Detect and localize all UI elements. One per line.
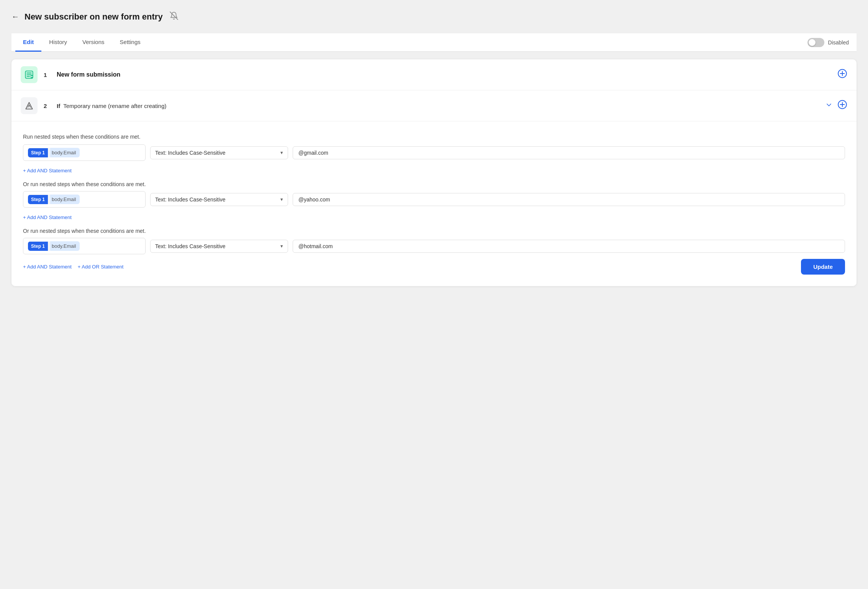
step-tag-1: Step 1 body.Email — [28, 148, 80, 157]
condition-operator-label-1: Text: Includes Case-Sensitive — [155, 150, 226, 156]
tabs-bar: Edit History Versions Settings Disabled — [11, 33, 857, 52]
step-row-1: 1 New form submission — [11, 59, 857, 90]
step-2-icon — [21, 97, 38, 114]
condition-row-2: Step 1 body.Email Text: Includes Case-Se… — [23, 191, 845, 208]
step-2-add-button[interactable] — [837, 100, 847, 112]
svg-line-12 — [28, 105, 29, 108]
tab-history[interactable]: History — [41, 33, 75, 52]
step-1-number: 1 — [44, 72, 51, 78]
condition-operator-label-2: Text: Includes Case-Sensitive — [155, 196, 226, 203]
bell-off-icon — [170, 11, 178, 22]
condition-operator-3[interactable]: Text: Includes Case-Sensitive ▾ — [150, 240, 288, 253]
condition-operator-arrow-3: ▾ — [280, 243, 283, 249]
step-badge-1: Step 1 — [28, 148, 48, 157]
step-tag-2: Step 1 body.Email — [28, 195, 80, 204]
tab-versions[interactable]: Versions — [75, 33, 112, 52]
step-2-number: 2 — [44, 103, 51, 109]
step-badge-2: Step 1 — [28, 195, 48, 204]
svg-line-0 — [170, 12, 178, 20]
bottom-actions: + Add AND Statement + Add OR Statement U… — [23, 259, 845, 275]
back-button[interactable]: ← — [11, 12, 19, 21]
toggle-area: Disabled — [807, 38, 853, 47]
page-header: ← New subscriber on new form entry — [11, 8, 857, 26]
condition-step-field-3[interactable]: Step 1 body.Email — [23, 238, 146, 254]
step-2-chevron-icon[interactable] — [825, 101, 833, 111]
step-2-actions — [825, 100, 847, 112]
step-tag-3: Step 1 body.Email — [28, 241, 80, 251]
condition-label-3: Or run nested steps when these condition… — [23, 228, 845, 234]
enable-toggle[interactable] — [807, 38, 824, 47]
condition-label-1: Run nested steps when these conditions a… — [23, 134, 845, 140]
add-and-1[interactable]: + Add AND Statement — [23, 168, 72, 173]
svg-line-13 — [29, 105, 30, 108]
tab-settings[interactable]: Settings — [112, 33, 148, 52]
step-tag-text-1: body.Email — [50, 148, 80, 157]
toggle-label: Disabled — [828, 39, 849, 46]
step-2-subtitle: If Temporary name (rename after creating… — [57, 103, 819, 109]
condition-operator-arrow-1: ▾ — [280, 150, 283, 155]
main-card: 1 New form submission — [11, 59, 857, 286]
condition-row-3: Step 1 body.Email Text: Includes Case-Se… — [23, 238, 845, 254]
step-badge-3: Step 1 — [28, 242, 48, 251]
step-1-add-button[interactable] — [837, 69, 847, 81]
condition-value-3[interactable]: @hotmail.com — [293, 240, 845, 253]
step-2-title: Temporary name (rename after creating) — [63, 103, 166, 109]
step-1-title: New form submission — [57, 71, 831, 78]
add-and-2[interactable]: + Add AND Statement — [23, 214, 72, 220]
condition-row-1: Step 1 body.Email Text: Includes Case-Se… — [23, 144, 845, 161]
back-arrow-icon: ← — [11, 12, 19, 21]
condition-panel: Run nested steps when these conditions a… — [11, 121, 857, 286]
condition-operator-2[interactable]: Text: Includes Case-Sensitive ▾ — [150, 193, 288, 206]
update-button[interactable]: Update — [801, 259, 845, 275]
condition-step-field-1[interactable]: Step 1 body.Email — [23, 144, 146, 161]
condition-value-1[interactable]: @gmail.com — [293, 146, 845, 159]
step-row-2: 2 If Temporary name (rename after creati… — [11, 90, 857, 121]
step-tag-text-2: body.Email — [50, 195, 80, 204]
step-1-icon — [21, 66, 38, 83]
page-title: New subscriber on new form entry — [25, 12, 163, 22]
step-tag-text-3: body.Email — [50, 241, 80, 251]
condition-step-field-2[interactable]: Step 1 body.Email — [23, 191, 146, 208]
add-or-3[interactable]: + Add OR Statement — [78, 264, 124, 270]
condition-value-2[interactable]: @yahoo.com — [293, 193, 845, 206]
condition-operator-label-3: Text: Includes Case-Sensitive — [155, 243, 226, 249]
step-1-actions — [837, 69, 847, 81]
step-2-if-label: If — [57, 103, 60, 109]
condition-operator-arrow-2: ▾ — [280, 196, 283, 202]
condition-label-2: Or run nested steps when these condition… — [23, 181, 845, 187]
tab-edit[interactable]: Edit — [15, 33, 41, 52]
add-and-3[interactable]: + Add AND Statement — [23, 264, 72, 270]
condition-operator-1[interactable]: Text: Includes Case-Sensitive ▾ — [150, 146, 288, 159]
